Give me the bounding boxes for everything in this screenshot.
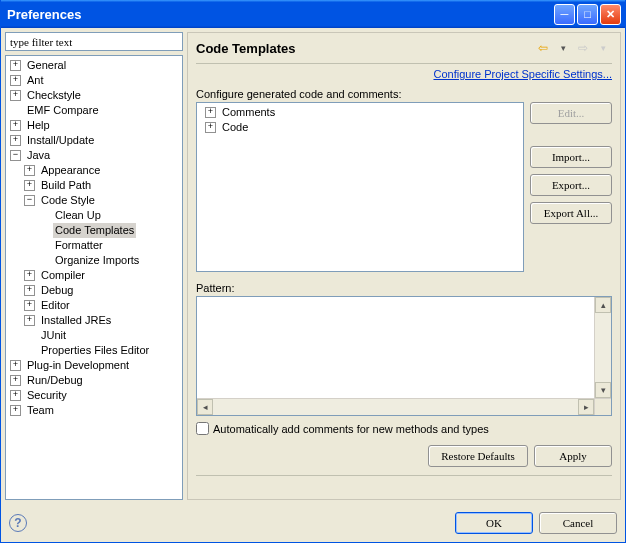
tree-item-code-style[interactable]: −Code Style (24, 193, 182, 208)
tree-item-checkstyle[interactable]: +Checkstyle (10, 88, 182, 103)
page-title: Code Templates (196, 41, 534, 56)
scroll-right-icon[interactable]: ▸ (578, 399, 594, 415)
scrollbar-horizontal[interactable]: ◂ ▸ (197, 398, 611, 415)
configure-label: Configure generated code and comments: (196, 88, 612, 102)
tree-item-clean-up[interactable]: Clean Up (38, 208, 182, 223)
plus-icon[interactable]: + (10, 405, 21, 416)
plus-icon[interactable]: + (24, 285, 35, 296)
scrollbar-vertical[interactable]: ▴ ▾ (594, 297, 611, 398)
tree-item-java[interactable]: −Java (10, 148, 182, 163)
tree-item-installed-jres[interactable]: +Installed JREs (24, 313, 182, 328)
maximize-button[interactable]: □ (577, 4, 598, 25)
help-icon[interactable]: ? (9, 514, 27, 532)
plus-icon[interactable]: + (10, 390, 21, 401)
export-button[interactable]: Export... (530, 174, 612, 196)
tree-item-formatter[interactable]: Formatter (38, 238, 182, 253)
plus-icon[interactable]: + (10, 360, 21, 371)
import-button[interactable]: Import... (530, 146, 612, 168)
tree-item-appearance[interactable]: +Appearance (24, 163, 182, 178)
tree-item-team[interactable]: +Team (10, 403, 182, 418)
templates-item-code[interactable]: +Code (205, 120, 519, 135)
dropdown-icon[interactable]: ▾ (594, 39, 612, 57)
edit-button[interactable]: Edit... (530, 102, 612, 124)
configure-project-link[interactable]: Configure Project Specific Settings... (433, 68, 612, 80)
plus-icon[interactable]: + (10, 90, 21, 101)
tree-item-build-path[interactable]: +Build Path (24, 178, 182, 193)
plus-icon[interactable]: + (24, 270, 35, 281)
preferences-tree[interactable]: +General +Ant +Checkstyle EMF Compare +H… (5, 55, 183, 500)
pattern-textarea[interactable]: ▴ ▾ ◂ ▸ (196, 296, 612, 416)
plus-icon[interactable]: + (24, 180, 35, 191)
tree-item-ant[interactable]: +Ant (10, 73, 182, 88)
apply-button[interactable]: Apply (534, 445, 612, 467)
templates-item-comments[interactable]: +Comments (205, 105, 519, 120)
ok-button[interactable]: OK (455, 512, 533, 534)
tree-item-help[interactable]: +Help (10, 118, 182, 133)
plus-icon[interactable]: + (205, 107, 216, 118)
tree-item-properties-files-editor[interactable]: Properties Files Editor (24, 343, 182, 358)
titlebar: Preferences ─ □ ✕ (1, 0, 625, 28)
minimize-button[interactable]: ─ (554, 4, 575, 25)
window-title: Preferences (7, 7, 552, 22)
tree-item-general[interactable]: +General (10, 58, 182, 73)
filter-input[interactable] (5, 32, 183, 51)
scroll-left-icon[interactable]: ◂ (197, 399, 213, 415)
tree-item-install-update[interactable]: +Install/Update (10, 133, 182, 148)
auto-comments-label: Automatically add comments for new metho… (213, 423, 489, 435)
tree-item-run-debug[interactable]: +Run/Debug (10, 373, 182, 388)
tree-item-junit[interactable]: JUnit (24, 328, 182, 343)
minus-icon[interactable]: − (24, 195, 35, 206)
minus-icon[interactable]: − (10, 150, 21, 161)
plus-icon[interactable]: + (24, 300, 35, 311)
plus-icon[interactable]: + (24, 315, 35, 326)
scroll-up-icon[interactable]: ▴ (595, 297, 611, 313)
export-all-button[interactable]: Export All... (530, 202, 612, 224)
tree-item-security[interactable]: +Security (10, 388, 182, 403)
scroll-down-icon[interactable]: ▾ (595, 382, 611, 398)
tree-item-organize-imports[interactable]: Organize Imports (38, 253, 182, 268)
dropdown-icon[interactable]: ▾ (554, 39, 572, 57)
templates-tree[interactable]: +Comments +Code (196, 102, 524, 272)
plus-icon[interactable]: + (10, 75, 21, 86)
tree-item-editor[interactable]: +Editor (24, 298, 182, 313)
cancel-button[interactable]: Cancel (539, 512, 617, 534)
tree-item-plugin-development[interactable]: +Plug-in Development (10, 358, 182, 373)
pattern-label: Pattern: (196, 282, 612, 296)
auto-comments-checkbox[interactable] (196, 422, 209, 435)
restore-defaults-button[interactable]: Restore Defaults (428, 445, 528, 467)
forward-icon[interactable]: ⇨ (574, 39, 592, 57)
plus-icon[interactable]: + (10, 135, 21, 146)
plus-icon[interactable]: + (24, 165, 35, 176)
close-button[interactable]: ✕ (600, 4, 621, 25)
plus-icon[interactable]: + (10, 375, 21, 386)
tree-item-compiler[interactable]: +Compiler (24, 268, 182, 283)
tree-item-code-templates[interactable]: Code Templates (38, 223, 182, 238)
tree-item-debug[interactable]: +Debug (24, 283, 182, 298)
plus-icon[interactable]: + (10, 120, 21, 131)
plus-icon[interactable]: + (10, 60, 21, 71)
tree-item-emf-compare[interactable]: EMF Compare (10, 103, 182, 118)
back-icon[interactable]: ⇦ (534, 39, 552, 57)
plus-icon[interactable]: + (205, 122, 216, 133)
